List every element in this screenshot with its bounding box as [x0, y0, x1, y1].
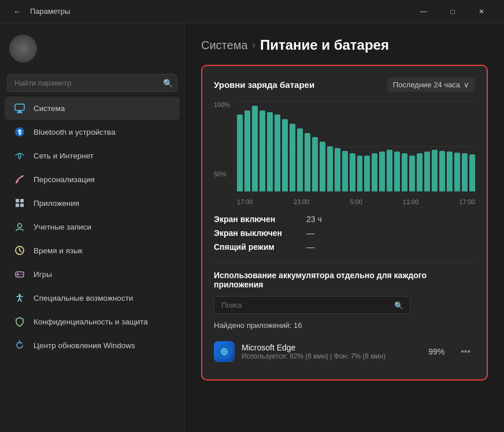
sidebar-item-label: Игры	[34, 270, 52, 279]
page-title: Питание и батарея	[260, 37, 389, 53]
search-box: 🔍	[7, 74, 177, 92]
sidebar-item-apps[interactable]: Приложения	[5, 191, 180, 215]
battery-header: Уровни заряда батареи Последние 24 часа …	[214, 77, 475, 92]
chart-bar	[372, 153, 377, 191]
chart-bar	[379, 152, 385, 191]
sidebar-item-system[interactable]: Система	[5, 97, 180, 120]
time-selector[interactable]: Последние 24 часа ∨	[387, 77, 475, 92]
svg-rect-2	[17, 112, 23, 113]
search-input[interactable]	[7, 74, 177, 92]
sidebar-item-label: Система	[34, 104, 65, 113]
chart-bar	[424, 152, 430, 191]
sidebar-item-personalization[interactable]: Персонализация	[5, 168, 180, 191]
minimize-button[interactable]: —	[410, 2, 437, 21]
sidebar-item-privacy[interactable]: Конфиденциальность и защита	[5, 310, 180, 333]
chart-bar	[237, 115, 243, 191]
stat-screen-on: Экран включен 23 ч	[214, 212, 475, 226]
chart-y-labels: 100% 50%	[214, 101, 237, 191]
svg-rect-1	[18, 111, 21, 112]
chart-bar	[282, 119, 288, 191]
sidebar-nav: Система Bluetooth и устройства	[0, 97, 184, 357]
chart-bar	[469, 154, 475, 191]
avatar	[9, 35, 37, 62]
sidebar-item-label: Приложения	[34, 199, 79, 208]
svg-point-4	[19, 158, 20, 159]
system-icon	[14, 102, 25, 114]
privacy-icon	[14, 316, 25, 327]
stat-value: 23 ч	[306, 215, 322, 224]
accounts-icon	[14, 221, 25, 232]
close-button[interactable]: ✕	[468, 2, 495, 21]
personalization-icon	[14, 173, 25, 185]
chart-bar	[342, 151, 348, 191]
sidebar-item-network[interactable]: Сеть и Интернет	[5, 144, 180, 167]
app-sub: Используется: 92% (8 мин) | Фон: 7% (8 м…	[242, 352, 421, 360]
chart-bar	[447, 152, 453, 191]
battery-chart: 100% 50% 17:00 23:00 5:00 11:00 17:00	[214, 101, 475, 205]
chart-bar	[320, 142, 325, 191]
sidebar-item-gaming[interactable]: Игры	[5, 263, 180, 286]
app-layout: 🔍 Система	[0, 23, 504, 432]
breadcrumb-chevron: ›	[253, 40, 255, 50]
chart-x-labels: 17:00 23:00 5:00 11:00 17:00	[237, 198, 475, 205]
chart-bar	[417, 153, 423, 191]
app-more-button[interactable]: •••	[456, 344, 475, 359]
sidebar-item-bluetooth[interactable]: Bluetooth и устройства	[5, 120, 180, 143]
battery-section: Уровни заряда батареи Последние 24 часа …	[201, 65, 488, 381]
sidebar-item-time[interactable]: Время и язык	[5, 239, 180, 262]
sidebar-item-label: Специальные возможности	[34, 294, 133, 302]
chart-bar	[260, 110, 265, 191]
app-details: Microsoft Edge Используется: 92% (8 мин)…	[242, 343, 421, 360]
sidebar-item-label: Bluetooth и устройства	[34, 128, 116, 136]
chart-bar	[454, 153, 460, 191]
sidebar-item-label: Время и язык	[34, 246, 83, 255]
stat-value: —	[306, 242, 314, 252]
stat-label: Экран выключен	[214, 228, 306, 238]
y-label-50: 50%	[214, 171, 227, 178]
divider	[214, 262, 475, 263]
chart-bar	[252, 106, 258, 191]
x-label-2300: 23:00	[294, 198, 310, 205]
chart-bar	[350, 153, 355, 191]
chart-bar	[275, 115, 280, 191]
back-button[interactable]: ←	[9, 3, 25, 20]
sidebar-item-accounts[interactable]: Учетные записи	[5, 215, 180, 238]
update-icon	[14, 339, 25, 351]
chart-bar	[327, 146, 333, 191]
sidebar-item-label: Сеть и Интернет	[34, 152, 94, 160]
sidebar-item-label: Персонализация	[34, 175, 95, 184]
svg-rect-5	[16, 199, 19, 202]
found-count: Найдено приложений: 16	[214, 321, 475, 330]
time-icon	[14, 245, 25, 256]
app-usage-section: Использование аккумулятора отдельно для …	[214, 271, 475, 368]
x-label-1100: 11:00	[403, 198, 419, 205]
sidebar-item-label: Конфиденциальность и защита	[34, 317, 148, 326]
app-search-input[interactable]	[214, 296, 410, 314]
chart-bar	[394, 152, 400, 191]
sidebar-item-update[interactable]: Центр обновления Windows	[5, 334, 180, 357]
chart-bar	[335, 148, 340, 191]
titlebar: ← Параметры — □ ✕	[0, 0, 504, 23]
chart-bar	[364, 156, 370, 191]
svg-point-9	[18, 224, 22, 228]
stats-section: Экран включен 23 ч Экран выключен — Спящ…	[214, 212, 475, 254]
app-title: Параметры	[30, 7, 70, 16]
y-label-100: 100%	[214, 101, 237, 108]
gaming-icon	[14, 268, 25, 280]
chart-bar	[409, 156, 415, 191]
chart-bar	[432, 150, 438, 191]
bluetooth-icon	[14, 126, 25, 138]
maximize-button[interactable]: □	[439, 2, 466, 21]
content-area: Система › Питание и батарея Уровни заряд…	[185, 23, 504, 432]
svg-point-15	[21, 274, 23, 275]
app-percent: 99%	[428, 347, 444, 356]
window-controls: — □ ✕	[410, 2, 495, 21]
chart-bar	[297, 128, 303, 191]
search-icon: 🔍	[163, 79, 173, 88]
x-label-1700b: 17:00	[459, 198, 475, 205]
sidebar-item-accessibility[interactable]: Специальные возможности	[5, 286, 180, 309]
app-icon	[214, 341, 235, 362]
stat-label: Спящий режим	[214, 242, 306, 252]
sidebar: 🔍 Система	[0, 23, 185, 432]
svg-rect-8	[20, 204, 24, 207]
